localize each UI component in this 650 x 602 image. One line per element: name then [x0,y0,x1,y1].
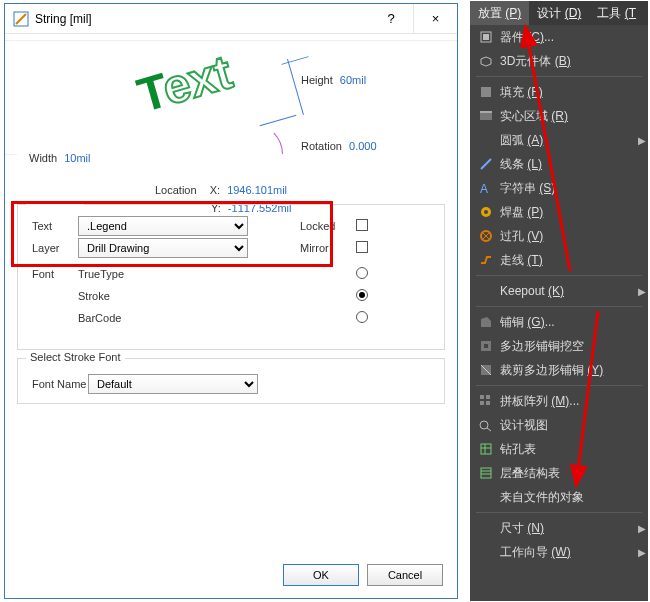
menu-item-keepout[interactable]: Keepout (K)▶ [470,279,648,303]
layer-label: Layer [18,242,78,254]
location-label: Location [155,184,197,196]
height-label: Height [301,74,333,86]
close-button[interactable]: × [413,4,457,34]
locked-label: Locked [300,220,356,232]
menu-item-label: 线条 (L) [500,156,636,173]
chevron-right-icon: ▶ [636,547,648,558]
ok-button[interactable]: OK [283,564,359,586]
svg-rect-26 [481,468,491,478]
preview-text-graphic: Text [131,44,238,123]
menu-item-label: 器件 (C)... [500,29,636,46]
menu-separator [476,275,642,276]
window-title: String [mil] [35,12,92,26]
menu-item-label: 拼板阵列 (M)... [500,393,636,410]
width-field: Width 10mil [29,152,90,164]
menu-item-route[interactable]: 走线 (T) [470,248,648,272]
dim-icon [476,518,496,538]
truetype-radio[interactable] [356,267,368,279]
polytrim-icon [476,360,496,380]
menu-item-list: 器件 (C)...3D元件体 (B)填充 (F)实心区域 (R)圆弧 (A)▶线… [470,25,648,564]
menu-item-dim[interactable]: 尺寸 (N)▶ [470,516,648,540]
stroke-font-legend: Select Stroke Font [26,351,125,363]
menu-item-fromfile[interactable]: 来自文件的对象 [470,485,648,509]
stroke-font-group: Select Stroke Font Font Name Default [17,358,445,404]
titlebar: String [mil] ? × [5,4,457,34]
menu-item-panel[interactable]: 拼板阵列 (M)... [470,389,648,413]
fill-icon [476,82,496,102]
barcode-radio[interactable] [356,311,368,323]
text-combo[interactable]: .Legend [78,216,248,236]
menu-item-drilltable[interactable]: 钻孔表 [470,437,648,461]
rotation-label: Rotation [301,140,342,152]
menu-item-component[interactable]: 器件 (C)... [470,25,648,49]
menu-item-string[interactable]: A字符串 (S) [470,176,648,200]
stroke-radio[interactable] [356,289,368,301]
preview-area: Text Height 60mil Rotation 0.000 Width 1… [5,34,457,194]
menu-item-workguide[interactable]: 工作向导 (W)▶ [470,540,648,564]
tab-design[interactable]: 设计 (D) [529,1,589,25]
width-label: Width [29,152,57,164]
properties-legend: Properties [26,197,84,209]
svg-rect-2 [483,34,489,40]
tab-place[interactable]: 放置 (P) [470,1,529,25]
drilltable-icon [476,439,496,459]
tab-tool[interactable]: 工具 (T [589,1,644,25]
svg-rect-20 [486,401,490,405]
font-row-barcode: BarCode [18,307,444,329]
layer-row: Layer Drill Drawing Mirror [18,237,444,259]
cancel-button[interactable]: Cancel [367,564,443,586]
stackup-icon [476,463,496,483]
menu-item-stackup[interactable]: 层叠结构表 [470,461,648,485]
layer-combo[interactable]: Drill Drawing [78,238,248,258]
text-label: Text [18,220,78,232]
svg-rect-15 [484,344,488,348]
menu-item-label: 层叠结构表 [500,465,636,482]
menu-item-polycut[interactable]: 多边形铺铜挖空 [470,334,648,358]
menu-item-label: Keepout (K) [500,284,636,298]
help-button[interactable]: ? [369,4,413,34]
svg-rect-5 [480,111,492,113]
menu-item-view[interactable]: 设计视图 [470,413,648,437]
barcode-label: BarCode [78,312,121,324]
fontname-combo[interactable]: Default [88,374,258,394]
svg-text:A: A [480,182,488,195]
route-icon [476,250,496,270]
menu-separator [476,76,642,77]
mirror-checkbox[interactable] [356,241,368,253]
body3d-icon [476,51,496,71]
menu-item-pour[interactable]: 铺铜 (G)... [470,310,648,334]
rotation-arc [223,124,283,184]
menu-item-via[interactable]: 过孔 (V) [470,224,648,248]
width-value[interactable]: 10mil [64,152,90,164]
menu-separator [476,385,642,386]
rotation-value[interactable]: 0.000 [349,140,377,152]
dim-line [287,59,304,115]
location-x-value[interactable]: 1946.101mil [227,184,287,196]
dim-line [260,115,297,126]
menu-item-label: 走线 (T) [500,252,636,269]
menu-item-body3d[interactable]: 3D元件体 (B) [470,49,648,73]
menu-item-arc[interactable]: 圆弧 (A)▶ [470,128,648,152]
menu-item-solid[interactable]: 实心区域 (R) [470,104,648,128]
rotation-field: Rotation 0.000 [301,140,377,152]
svg-line-6 [481,159,491,169]
truetype-label: TrueType [78,268,124,280]
menu-tabs: 放置 (P) 设计 (D) 工具 (T [470,1,648,25]
svg-rect-19 [480,401,484,405]
menu-item-line[interactable]: 线条 (L) [470,152,648,176]
svg-line-22 [487,428,491,431]
solid-icon [476,106,496,126]
location-x-label: X: [210,184,220,196]
locked-checkbox[interactable] [356,219,368,231]
svg-rect-18 [486,395,490,399]
height-value[interactable]: 60mil [340,74,366,86]
menu-item-label: 钻孔表 [500,441,636,458]
font-row-truetype: Font TrueType [18,263,444,285]
menu-item-polytrim[interactable]: 裁剪多边形铺铜 (Y) [470,358,648,382]
dim-line [281,56,308,65]
text-row: Text .Legend Locked [18,215,444,237]
menu-item-fill[interactable]: 填充 (F) [470,80,648,104]
svg-rect-3 [481,87,491,97]
menu-item-pad[interactable]: 焊盘 (P) [470,200,648,224]
stroke-label: Stroke [78,290,110,302]
